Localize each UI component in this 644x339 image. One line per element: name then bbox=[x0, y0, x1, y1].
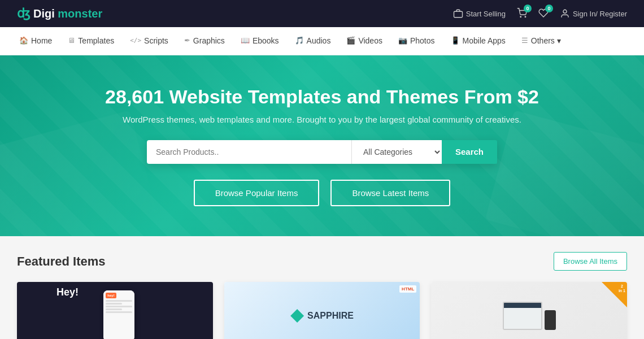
phone-line-5 bbox=[106, 311, 132, 313]
top-right-actions: Start Selling 0 0 Sign In/ Register bbox=[453, 8, 627, 20]
browse-all-button[interactable]: Browse All Items bbox=[554, 252, 627, 271]
phone-screen: hey! bbox=[103, 290, 134, 339]
svg-point-1 bbox=[520, 16, 521, 18]
item-2-thumbnail: SAPPHIRE HTML bbox=[224, 282, 420, 339]
featured-section: Featured Items Browse All Items hey! Hey… bbox=[0, 236, 644, 339]
mobile-apps-icon: 📱 bbox=[451, 36, 460, 45]
sapphire-gem-icon bbox=[290, 309, 304, 323]
hero-subheadline: WordPress themes, web templates and more… bbox=[123, 115, 521, 124]
wishlist-button[interactable]: 0 bbox=[538, 8, 549, 20]
item-3-thumbnail: 2in 1 HTML CSS3 bbox=[431, 282, 627, 339]
browse-popular-button[interactable]: Browse Popular Items bbox=[194, 180, 320, 206]
ebooks-icon: 📖 bbox=[241, 36, 250, 45]
category-select[interactable]: All Categories Templates Scripts Graphic… bbox=[351, 140, 442, 164]
nav-videos[interactable]: 🎬 Videos bbox=[338, 27, 390, 55]
scripts-icon: </> bbox=[130, 37, 141, 44]
browse-latest-button[interactable]: Browse Latest Items bbox=[330, 180, 450, 206]
svg-point-2 bbox=[525, 16, 526, 18]
nav-templates[interactable]: 🖥 Templates bbox=[60, 27, 122, 55]
sapphire-name: SAPPHIRE bbox=[307, 311, 354, 321]
nav-home[interactable]: 🏠 Home bbox=[11, 27, 60, 55]
search-bar: All Categories Templates Scripts Graphic… bbox=[147, 140, 497, 164]
hey-badge: hey! bbox=[106, 293, 116, 298]
phone-line-1 bbox=[106, 300, 132, 302]
start-selling-link[interactable]: Start Selling bbox=[453, 8, 506, 19]
user-icon bbox=[560, 8, 570, 19]
phone-mockup-decoration: hey! bbox=[103, 290, 134, 339]
nav-ebooks[interactable]: 📖 Ebooks bbox=[233, 27, 287, 55]
featured-items-grid: hey! Hey! iOS Universal Short Messaging … bbox=[17, 282, 627, 339]
oakland-phone-icon bbox=[545, 310, 556, 330]
phone-line-2 bbox=[106, 303, 121, 305]
home-icon: 🏠 bbox=[19, 36, 28, 45]
hero-headline: 28,601 Website Templates and Themes From… bbox=[105, 86, 539, 108]
nav-mobile-apps[interactable]: 📱 Mobile Apps bbox=[443, 27, 514, 55]
search-input[interactable] bbox=[147, 140, 351, 164]
logo[interactable]: ʤ Digi monster bbox=[17, 6, 102, 21]
hero-section: 28,601 Website Templates and Themes From… bbox=[0, 55, 644, 236]
logo-icon: ʤ bbox=[17, 6, 30, 21]
graphics-icon: ✒ bbox=[184, 36, 190, 45]
nav-graphics[interactable]: ✒ Graphics bbox=[176, 27, 233, 55]
featured-item-3[interactable]: 2in 1 HTML CSS3 Oakland HTML Template Be… bbox=[431, 282, 627, 339]
nav-audios[interactable]: 🎵 Audios bbox=[287, 27, 339, 55]
featured-title: Featured Items bbox=[17, 254, 106, 269]
cart-button[interactable]: 0 bbox=[517, 8, 527, 20]
sign-in-link[interactable]: Sign In/ Register bbox=[560, 8, 627, 19]
logo-text: Digi monster bbox=[33, 7, 102, 20]
hero-cta-buttons: Browse Popular Items Browse Latest Items bbox=[194, 180, 451, 206]
videos-icon: 🎬 bbox=[346, 36, 355, 45]
hero-device-right-decoration bbox=[485, 110, 644, 236]
oakland-screen-content bbox=[504, 303, 541, 329]
item-1-thumbnail: hey! Hey! bbox=[17, 282, 213, 339]
two-in-one-text: 2in 1 bbox=[619, 284, 625, 294]
main-nav: 🏠 Home 🖥 Templates </> Scripts ✒ Graphic… bbox=[0, 27, 644, 55]
phone-line-4 bbox=[106, 308, 121, 310]
sell-icon bbox=[453, 8, 463, 19]
audios-icon: 🎵 bbox=[295, 36, 304, 45]
featured-item-1[interactable]: hey! Hey! iOS Universal Short Messaging … bbox=[17, 282, 213, 339]
sapphire-logo: SAPPHIRE bbox=[290, 309, 354, 323]
oakland-monitor-icon bbox=[503, 302, 542, 330]
nav-others[interactable]: ☰ Others ▾ bbox=[514, 27, 569, 55]
search-button[interactable]: Search bbox=[442, 140, 497, 164]
oakland-devices bbox=[503, 302, 556, 330]
templates-icon: 🖥 bbox=[68, 36, 75, 45]
cart-badge: 0 bbox=[524, 5, 532, 12]
photos-icon: 📷 bbox=[398, 36, 407, 45]
hero-device-left-decoration bbox=[0, 110, 159, 236]
svg-point-3 bbox=[563, 10, 567, 13]
nav-photos[interactable]: 📷 Photos bbox=[390, 27, 443, 55]
svg-rect-0 bbox=[454, 11, 462, 18]
html-badge: HTML bbox=[399, 285, 416, 293]
others-icon: ☰ bbox=[521, 36, 528, 45]
hey-text: Hey! bbox=[56, 286, 79, 298]
nav-scripts[interactable]: </> Scripts bbox=[122, 27, 176, 55]
featured-item-2[interactable]: SAPPHIRE HTML Sapphire HTML Template A m… bbox=[224, 282, 420, 339]
featured-header: Featured Items Browse All Items bbox=[17, 252, 627, 271]
wishlist-badge: 0 bbox=[545, 5, 553, 12]
phone-line-3 bbox=[106, 306, 132, 307]
top-bar: ʤ Digi monster Start Selling 0 0 Sign In… bbox=[0, 0, 644, 27]
